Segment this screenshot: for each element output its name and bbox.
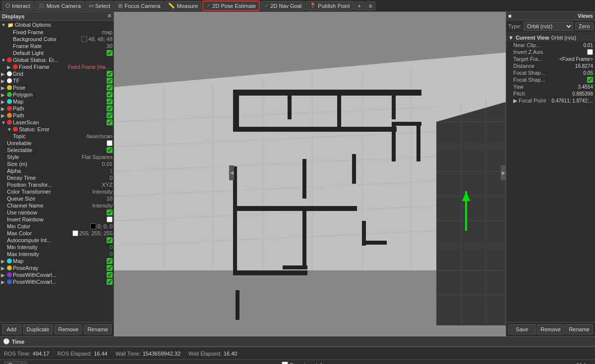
path1-checkbox[interactable] <box>107 105 113 111</box>
duplicate-button[interactable]: Duplicate <box>23 324 53 334</box>
max-color-item[interactable]: Max Color 255; 255; 255 <box>0 230 114 237</box>
posecov2-checkbox[interactable] <box>107 279 113 285</box>
focal-shape-checkbox[interactable] <box>587 77 593 83</box>
tf-item[interactable]: ▶ TF <box>0 77 114 84</box>
grid-item[interactable]: ▶ Grid <box>0 70 114 77</box>
pose-icon <box>7 85 12 90</box>
laserscan-status-item[interactable]: ▼ Status: Error <box>0 126 114 133</box>
tf-checkbox[interactable] <box>107 78 113 84</box>
select-button[interactable]: ▭ Select <box>85 1 114 10</box>
pose-cov2-item[interactable]: ▶ PoseWithCovarl... <box>0 278 114 285</box>
min-color-item[interactable]: Min Color 0; 0; 0 <box>0 223 114 230</box>
close-icon[interactable]: ✕ <box>107 13 112 19</box>
map2-item[interactable]: ▶ Map <box>0 258 114 264</box>
views-remove-button[interactable]: Remove <box>537 324 565 334</box>
polygon-item[interactable]: ▶ Polygon <box>0 91 114 98</box>
invert-rainbow-item[interactable]: Invert Rainbow <box>0 216 114 223</box>
add-button[interactable]: Add <box>2 324 21 334</box>
expand-icon: ▼ <box>1 120 7 125</box>
autocompute-int-item[interactable]: Autocompute Int... <box>0 237 114 244</box>
fixed-frame-err-item[interactable]: ▶ Fixed Frame Fixed Frame [map] doe... <box>0 63 114 70</box>
unreliable-item[interactable]: Unreliable <box>0 140 114 147</box>
alpha-item[interactable]: Alpha 1 <box>0 167 114 174</box>
extra-plus-button[interactable]: + <box>355 1 364 10</box>
expand-icon: ▼ <box>508 35 514 41</box>
move-camera-button[interactable]: 🎥 Move Camera <box>35 1 84 10</box>
near-clip-row[interactable]: Near Clip... 0.01 <box>506 42 595 49</box>
view-type-select[interactable]: Orbit (rviz) FPS TopDownOrtho XYOrbit <box>524 22 573 31</box>
posearray-checkbox[interactable] <box>107 265 113 271</box>
map1-item[interactable]: ▶ Map <box>0 98 114 105</box>
polygon-checkbox[interactable] <box>107 92 113 98</box>
rename-button[interactable]: Rename <box>84 324 112 334</box>
invert-rainbow-checkbox[interactable] <box>107 216 113 222</box>
time-section: 🕐 Time ROS Time: 494.17 ROS Elapsed: 16.… <box>0 336 595 360</box>
focal-shape2-row[interactable]: Focal Shap... <box>506 76 595 83</box>
yaw-row[interactable]: Yaw 3.4554 <box>506 83 595 90</box>
pose-checkbox[interactable] <box>107 85 113 91</box>
publish-point-button[interactable]: 📍 Publish Point <box>306 1 353 10</box>
map2-checkbox[interactable] <box>107 258 113 264</box>
invert-z-row[interactable]: Invert Z Axis <box>506 49 595 55</box>
pose-item[interactable]: ▶ Pose <box>0 84 114 91</box>
svg-rect-41 <box>236 290 239 320</box>
background-color-item[interactable]: Background Color 48; 48; 48 <box>0 36 114 43</box>
pitch-row[interactable]: Pitch 0.885398 <box>506 90 595 97</box>
focus-camera-button[interactable]: ◎ Focus Camera <box>115 1 164 10</box>
use-rainbow-checkbox[interactable] <box>107 209 113 215</box>
selectable-checkbox[interactable] <box>107 147 113 153</box>
position-transf-item[interactable]: Position Transfor... XYZ <box>0 181 114 188</box>
interact-button[interactable]: ⬡ Interact <box>2 1 34 10</box>
path2-checkbox[interactable] <box>107 112 113 118</box>
min-intensity-item[interactable]: Min Intensity 0 <box>0 244 114 251</box>
target-frame-row[interactable]: Target Fra... <Fixed Frame> <box>506 55 595 62</box>
fixed-frame-item[interactable]: Fixed Frame map <box>0 29 114 36</box>
unreliable-checkbox[interactable] <box>107 140 113 146</box>
pose-cov1-item[interactable]: ▶ PoseWithCovarl... <box>0 271 114 278</box>
channel-name-item[interactable]: Channel Name Intensity <box>0 202 114 209</box>
current-view-header[interactable]: ▼ Current View Orbit (rviz) <box>506 34 595 42</box>
3d-viewport[interactable]: ◀ ▶ <box>114 12 506 336</box>
decay-time-item[interactable]: Decay Time 0 <box>0 174 114 181</box>
zero-button[interactable]: Zero <box>575 22 594 30</box>
laserscan-icon <box>7 120 12 125</box>
default-light-item[interactable]: Default Light <box>0 50 114 56</box>
2d-nav-goal-button[interactable]: ✓ 2D Nav Goal <box>261 1 305 10</box>
max-intensity-item[interactable]: Max Intensity 0 <box>0 251 114 258</box>
autocompute-checkbox[interactable] <box>107 237 113 243</box>
views-rename-button[interactable]: Rename <box>565 324 593 334</box>
2d-pose-estimate-button[interactable]: ✓ 2D Pose Estimate <box>202 0 260 11</box>
default-light-checkbox[interactable] <box>107 50 113 56</box>
laserscan-checkbox[interactable] <box>107 119 113 125</box>
remove-button[interactable]: Remove <box>55 324 82 334</box>
color-transf-item[interactable]: Color Transformer Intensity <box>0 188 114 195</box>
use-rainbow-item[interactable]: Use rainbow <box>0 209 114 216</box>
svg-rect-32 <box>302 159 306 199</box>
nav-icon: ✓ <box>264 2 269 9</box>
queue-size-item[interactable]: Queue Size 10 <box>0 195 114 202</box>
pose-array-item[interactable]: ▶ PoseArray <box>0 264 114 271</box>
topic-item[interactable]: Topic /laser/scan <box>0 133 114 140</box>
views-save-button[interactable]: Save <box>508 324 536 334</box>
path1-item[interactable]: ▶ Path <box>0 105 114 112</box>
style-item[interactable]: Style Flat Squares <box>0 154 114 160</box>
selectable-item[interactable]: Selectable <box>0 147 114 154</box>
measure-button[interactable]: 📏 Measure <box>165 1 201 10</box>
extra-menu-button[interactable]: ≡ <box>365 1 375 10</box>
posecov1-checkbox[interactable] <box>107 272 113 278</box>
experimental-checkbox[interactable] <box>282 362 288 364</box>
size-item[interactable]: Size (m) 0.01 <box>0 160 114 167</box>
invert-z-checkbox[interactable] <box>587 49 593 55</box>
displays-tree: ▼ 📁 Global Options Fixed Frame map Backg… <box>0 21 114 322</box>
laserscan-item[interactable]: ▼ LaserScan <box>0 119 114 126</box>
frame-rate-item[interactable]: Frame Rate 30 <box>0 43 114 50</box>
focal-shape1-row[interactable]: Focal Shap... 0.05 <box>506 69 595 76</box>
grid-checkbox[interactable] <box>107 71 113 77</box>
focal-point-row[interactable]: ▶ Focal Point 0.47611; 1.8742;... <box>506 97 595 104</box>
distance-row[interactable]: Distance 16.8274 <box>506 62 595 69</box>
map1-checkbox[interactable] <box>107 99 113 104</box>
global-status-item[interactable]: ▼ Global Status: Er... <box>0 56 114 63</box>
reset-button[interactable]: Reset <box>4 361 27 364</box>
global-options-item[interactable]: ▼ 📁 Global Options <box>0 21 114 29</box>
path2-item[interactable]: ▶ Path <box>0 112 114 119</box>
